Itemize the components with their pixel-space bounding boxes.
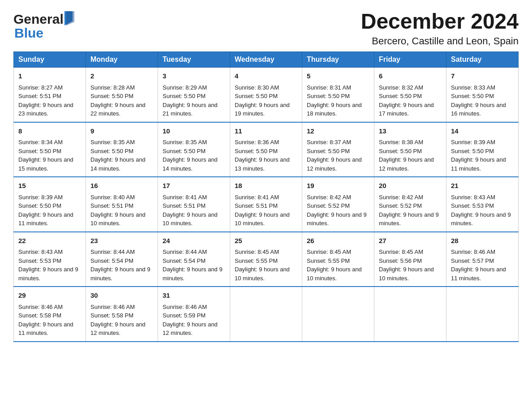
day-info: Sunrise: 8:33 AMSunset: 5:50 PMDaylight:… — [451, 84, 506, 117]
day-number: 17 — [163, 181, 225, 191]
day-info: Sunrise: 8:34 AMSunset: 5:50 PMDaylight:… — [18, 139, 73, 172]
page-header: General Blue December 2024 Bercero, Cast… — [13, 9, 519, 47]
day-info: Sunrise: 8:35 AMSunset: 5:50 PMDaylight:… — [90, 139, 146, 172]
day-number: 29 — [18, 291, 81, 301]
calendar-cell — [302, 287, 374, 342]
calendar-table: SundayMondayTuesdayWednesdayThursdayFrid… — [13, 51, 519, 342]
day-info: Sunrise: 8:36 AMSunset: 5:50 PMDaylight:… — [235, 139, 290, 172]
calendar-cell: 1 Sunrise: 8:27 AMSunset: 5:51 PMDayligh… — [14, 68, 86, 122]
day-info: Sunrise: 8:32 AMSunset: 5:50 PMDaylight:… — [379, 84, 434, 117]
day-number: 3 — [163, 71, 225, 81]
day-number: 4 — [235, 71, 297, 81]
day-number: 10 — [163, 126, 225, 137]
calendar-cell — [446, 287, 519, 342]
day-info: Sunrise: 8:35 AMSunset: 5:50 PMDaylight:… — [163, 139, 218, 172]
day-number: 20 — [379, 181, 442, 191]
day-number: 5 — [307, 71, 369, 81]
day-info: Sunrise: 8:44 AMSunset: 5:54 PMDaylight:… — [163, 248, 223, 282]
calendar-cell: 9 Sunrise: 8:35 AMSunset: 5:50 PMDayligh… — [86, 122, 158, 177]
day-info: Sunrise: 8:40 AMSunset: 5:51 PMDaylight:… — [90, 194, 146, 227]
day-number: 14 — [451, 126, 514, 137]
calendar-cell: 16 Sunrise: 8:40 AMSunset: 5:51 PMDaylig… — [86, 177, 158, 232]
logo-flag-icon — [64, 11, 74, 26]
calendar-cell: 22 Sunrise: 8:43 AMSunset: 5:53 PMDaylig… — [14, 232, 86, 287]
day-number: 18 — [235, 181, 297, 191]
page-subtitle: Bercero, Castille and Leon, Spain — [361, 35, 519, 47]
day-info: Sunrise: 8:43 AMSunset: 5:53 PMDaylight:… — [451, 194, 511, 227]
day-info: Sunrise: 8:30 AMSunset: 5:50 PMDaylight:… — [235, 84, 290, 117]
calendar-cell: 12 Sunrise: 8:37 AMSunset: 5:50 PMDaylig… — [302, 122, 374, 177]
day-info: Sunrise: 8:38 AMSunset: 5:50 PMDaylight:… — [379, 139, 434, 172]
day-number: 8 — [18, 126, 81, 137]
day-number: 11 — [235, 126, 297, 137]
day-info: Sunrise: 8:43 AMSunset: 5:53 PMDaylight:… — [18, 248, 78, 282]
calendar-cell: 10 Sunrise: 8:35 AMSunset: 5:50 PMDaylig… — [158, 122, 230, 177]
calendar-cell: 18 Sunrise: 8:41 AMSunset: 5:51 PMDaylig… — [230, 177, 302, 232]
calendar-week-2: 8 Sunrise: 8:34 AMSunset: 5:50 PMDayligh… — [14, 122, 519, 177]
day-number: 6 — [379, 71, 442, 81]
calendar-header-monday: Monday — [86, 52, 158, 68]
day-number: 1 — [18, 71, 81, 81]
day-info: Sunrise: 8:44 AMSunset: 5:54 PMDaylight:… — [90, 248, 150, 282]
day-info: Sunrise: 8:41 AMSunset: 5:51 PMDaylight:… — [163, 194, 218, 227]
calendar-cell: 19 Sunrise: 8:42 AMSunset: 5:52 PMDaylig… — [302, 177, 374, 232]
day-number: 24 — [163, 236, 225, 246]
day-info: Sunrise: 8:28 AMSunset: 5:50 PMDaylight:… — [90, 84, 146, 117]
calendar-header-sunday: Sunday — [14, 52, 86, 68]
day-info: Sunrise: 8:29 AMSunset: 5:50 PMDaylight:… — [163, 84, 218, 117]
day-number: 26 — [307, 236, 369, 246]
calendar-cell: 26 Sunrise: 8:45 AMSunset: 5:55 PMDaylig… — [302, 232, 374, 287]
calendar-cell: 20 Sunrise: 8:42 AMSunset: 5:52 PMDaylig… — [374, 177, 446, 232]
day-info: Sunrise: 8:45 AMSunset: 5:55 PMDaylight:… — [307, 248, 362, 282]
day-number: 15 — [18, 181, 81, 191]
calendar-header-row: SundayMondayTuesdayWednesdayThursdayFrid… — [14, 52, 519, 68]
day-number: 21 — [451, 181, 514, 191]
calendar-cell: 31 Sunrise: 8:46 AMSunset: 5:59 PMDaylig… — [158, 287, 230, 342]
day-info: Sunrise: 8:39 AMSunset: 5:50 PMDaylight:… — [451, 139, 506, 172]
calendar-cell: 3 Sunrise: 8:29 AMSunset: 5:50 PMDayligh… — [158, 68, 230, 122]
calendar-cell: 7 Sunrise: 8:33 AMSunset: 5:50 PMDayligh… — [446, 68, 519, 122]
calendar-cell: 21 Sunrise: 8:43 AMSunset: 5:53 PMDaylig… — [446, 177, 519, 232]
day-info: Sunrise: 8:46 AMSunset: 5:59 PMDaylight:… — [163, 304, 218, 337]
calendar-cell: 4 Sunrise: 8:30 AMSunset: 5:50 PMDayligh… — [230, 68, 302, 122]
day-info: Sunrise: 8:45 AMSunset: 5:56 PMDaylight:… — [379, 248, 434, 282]
calendar-cell: 2 Sunrise: 8:28 AMSunset: 5:50 PMDayligh… — [86, 68, 158, 122]
calendar-header-wednesday: Wednesday — [230, 52, 302, 68]
calendar-header-friday: Friday — [374, 52, 446, 68]
svg-marker-1 — [66, 11, 74, 26]
calendar-cell: 25 Sunrise: 8:45 AMSunset: 5:55 PMDaylig… — [230, 232, 302, 287]
day-number: 13 — [379, 126, 442, 137]
calendar-cell: 11 Sunrise: 8:36 AMSunset: 5:50 PMDaylig… — [230, 122, 302, 177]
calendar-cell: 5 Sunrise: 8:31 AMSunset: 5:50 PMDayligh… — [302, 68, 374, 122]
day-info: Sunrise: 8:46 AMSunset: 5:58 PMDaylight:… — [18, 304, 73, 337]
day-info: Sunrise: 8:27 AMSunset: 5:51 PMDaylight:… — [18, 84, 73, 117]
calendar-cell: 23 Sunrise: 8:44 AMSunset: 5:54 PMDaylig… — [86, 232, 158, 287]
day-number: 7 — [451, 71, 514, 81]
calendar-header-thursday: Thursday — [302, 52, 374, 68]
calendar-week-4: 22 Sunrise: 8:43 AMSunset: 5:53 PMDaylig… — [14, 232, 519, 287]
calendar-cell: 15 Sunrise: 8:39 AMSunset: 5:50 PMDaylig… — [14, 177, 86, 232]
calendar-cell: 13 Sunrise: 8:38 AMSunset: 5:50 PMDaylig… — [374, 122, 446, 177]
day-number: 23 — [90, 236, 153, 246]
day-info: Sunrise: 8:37 AMSunset: 5:50 PMDaylight:… — [307, 139, 362, 172]
day-info: Sunrise: 8:45 AMSunset: 5:55 PMDaylight:… — [235, 248, 290, 282]
day-number: 25 — [235, 236, 297, 246]
day-number: 16 — [90, 181, 153, 191]
calendar-cell: 30 Sunrise: 8:46 AMSunset: 5:58 PMDaylig… — [86, 287, 158, 342]
day-number: 30 — [90, 291, 153, 301]
calendar-header-saturday: Saturday — [446, 52, 519, 68]
calendar-cell — [374, 287, 446, 342]
day-info: Sunrise: 8:42 AMSunset: 5:52 PMDaylight:… — [307, 194, 367, 227]
calendar-cell — [230, 287, 302, 342]
day-info: Sunrise: 8:46 AMSunset: 5:58 PMDaylight:… — [90, 304, 146, 337]
logo-general-text: General — [13, 12, 64, 27]
calendar-header-tuesday: Tuesday — [158, 52, 230, 68]
day-number: 28 — [451, 236, 514, 246]
calendar-week-3: 15 Sunrise: 8:39 AMSunset: 5:50 PMDaylig… — [14, 177, 519, 232]
day-info: Sunrise: 8:39 AMSunset: 5:50 PMDaylight:… — [18, 194, 73, 227]
day-info: Sunrise: 8:46 AMSunset: 5:57 PMDaylight:… — [451, 248, 506, 282]
calendar-week-1: 1 Sunrise: 8:27 AMSunset: 5:51 PMDayligh… — [14, 68, 519, 122]
day-info: Sunrise: 8:42 AMSunset: 5:52 PMDaylight:… — [379, 194, 439, 227]
logo-blue-text: Blue — [14, 26, 43, 40]
calendar-cell: 14 Sunrise: 8:39 AMSunset: 5:50 PMDaylig… — [446, 122, 519, 177]
